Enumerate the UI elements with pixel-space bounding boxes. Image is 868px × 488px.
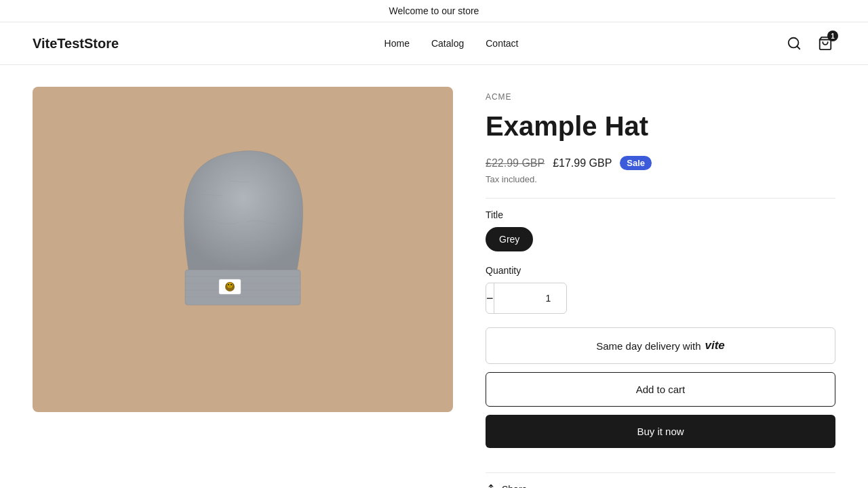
delivery-button[interactable]: Same day delivery with vite [486, 327, 835, 364]
svg-point-13 [229, 286, 231, 287]
share-icon [486, 484, 496, 488]
nav-home[interactable]: Home [384, 38, 410, 49]
quantity-label: Quantity [486, 265, 835, 276]
quantity-control: − + [486, 283, 567, 314]
header: ViteTestStore Home Catalog Contact 1 [0, 22, 868, 65]
price-row: £22.99 GBP £17.99 GBP Sale [486, 156, 835, 170]
option-buttons: Grey [486, 227, 835, 251]
share-row[interactable]: Share [486, 484, 835, 488]
product-image-container [33, 87, 453, 488]
cart-button[interactable]: 1 [815, 33, 835, 54]
vite-brand: vite [705, 339, 724, 352]
store-logo[interactable]: ViteTestStore [33, 36, 119, 52]
share-label: Share [502, 484, 527, 488]
svg-point-11 [228, 284, 229, 285]
tax-note: Tax included. [486, 174, 835, 184]
announcement-bar: Welcome to our store [0, 0, 868, 22]
quantity-decrease-button[interactable]: − [486, 283, 494, 313]
product-brand: ACME [486, 92, 835, 102]
product-details: ACME Example Hat £22.99 GBP £17.99 GBP S… [486, 87, 835, 488]
delivery-text: Same day delivery with [596, 340, 701, 352]
search-button[interactable] [784, 33, 804, 54]
main-nav: Home Catalog Contact [384, 38, 519, 49]
section-divider-1 [486, 198, 835, 199]
price-sale: £17.99 GBP [553, 157, 612, 169]
hat-svg [148, 134, 338, 365]
svg-line-1 [797, 46, 800, 49]
search-icon [787, 36, 802, 51]
option-title-label: Title [486, 209, 835, 220]
cart-badge: 1 [827, 30, 838, 41]
minus-icon: − [486, 291, 494, 306]
announcement-text: Welcome to our store [389, 5, 479, 16]
product-image [33, 87, 453, 412]
svg-point-12 [231, 284, 232, 285]
main-content: ACME Example Hat £22.99 GBP £17.99 GBP S… [0, 65, 868, 488]
buy-now-button[interactable]: Buy it now [486, 415, 835, 448]
section-divider-2 [486, 472, 835, 473]
product-title: Example Hat [486, 110, 835, 142]
add-to-cart-button[interactable]: Add to cart [486, 372, 835, 407]
nav-catalog[interactable]: Catalog [431, 38, 464, 49]
header-icons: 1 [784, 33, 835, 54]
sale-badge: Sale [620, 156, 652, 170]
option-grey-button[interactable]: Grey [486, 227, 533, 251]
price-original: £22.99 GBP [486, 157, 545, 169]
nav-contact[interactable]: Contact [486, 38, 518, 49]
svg-rect-3 [185, 270, 300, 305]
quantity-input[interactable] [494, 283, 567, 313]
